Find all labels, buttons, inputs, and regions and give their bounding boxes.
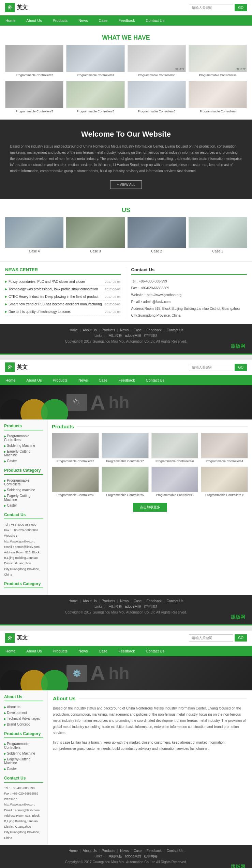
nav2-news[interactable]: News [73,375,93,385]
nav2-feedback[interactable]: Feedback [113,375,140,385]
footer2-link-contact[interactable]: Contact Us [166,599,183,603]
sidebar-item-caster[interactable]: ▶ Caster [4,458,43,464]
product-item[interactable]: Programmable Controllers5 [102,467,149,498]
product-card[interactable]: Programmable Controllers2 [5,45,63,78]
sidebar-item-programmable[interactable]: ▶ Programmable Controllers [4,433,43,443]
news-item[interactable]: ▶ CTEC Heavy Industries Deep plowing in … [5,293,121,301]
sidebar-cat-programmable[interactable]: ▶ Programmable Controllers [4,478,43,487]
footer-link-feedback[interactable]: Feedback [147,328,162,332]
sidebar3-cat-3[interactable]: ▶ Eagerly-Cutting Machine [4,756,43,766]
sidebar3-cat-1[interactable]: ▶ Programmable Controllers [4,741,43,750]
nav-home[interactable]: Home [0,15,21,26]
footer3-link-news[interactable]: News [120,849,129,853]
footer2-ext-3[interactable]: 红宇网络 [144,604,158,609]
nav-products[interactable]: Products [47,15,73,26]
case-card[interactable]: Case 1 [189,217,247,254]
news-item[interactable]: ▶ Due to this quality of technology to s… [5,308,121,316]
footer-link-home[interactable]: Home [69,328,78,332]
sidebar-about-us[interactable]: ▶ About us [4,704,43,710]
nav3-products[interactable]: Products [47,646,73,656]
nav3-feedback[interactable]: Feedback [113,646,140,656]
product-item[interactable]: Programmable Controllers/6 [151,433,198,464]
product-item[interactable]: Programmable Controllers x [201,467,248,498]
product-item[interactable]: Programmable Controllers4 [201,433,248,464]
nav3-news[interactable]: News [73,646,93,656]
sidebar3-cat-4[interactable]: ▶ Caster [4,766,43,772]
footer-link-contact[interactable]: Contact Us [166,328,183,332]
footer-ext-link-2[interactable]: adobe网博 [125,333,141,338]
sidebar-development[interactable]: ▶ Development [4,710,43,716]
case-card[interactable]: Case 4 [5,217,63,254]
footer2-link-case[interactable]: Case [134,599,142,603]
nav-news[interactable]: News [73,15,93,26]
footer2-ext-1[interactable]: 网站模板 [108,604,122,609]
footer3-link-contact[interactable]: Contact Us [166,849,183,853]
nav2-case[interactable]: Case [93,375,113,385]
nav3-contact[interactable]: Contact Us [140,646,170,656]
news-item[interactable]: ▶ Fuzzy boundaries: PLC and PAC closer a… [5,278,121,286]
view-all-button[interactable]: + VIEW ALL [110,180,142,189]
product-item[interactable]: Programmable Controllers6 [52,467,99,498]
footer2-link-home[interactable]: Home [69,599,78,603]
sidebar-cat-caster[interactable]: ▶ Caster [4,502,43,508]
nav3-home[interactable]: Home [0,646,21,656]
sidebar-technical[interactable]: ▶ Technical Advantages [4,716,43,721]
nav2-about[interactable]: About Us [21,375,47,385]
nav-feedback[interactable]: Feedback [113,15,140,26]
case-card[interactable]: Case 2 [128,217,186,254]
search-input-3[interactable] [189,634,233,642]
footer-ext-link-3[interactable]: 红宇网络 [144,333,158,338]
sidebar-item-eagerly[interactable]: ▶ Eagerly-Cutting Machine [4,449,43,458]
footer-ext-link-1[interactable]: 网站模板 [108,333,122,338]
footer3-ext-3[interactable]: 红宇网络 [144,854,158,859]
footer3-link-case[interactable]: Case [134,849,142,853]
search-input-2[interactable] [189,364,233,371]
product-item[interactable]: Programmable Controllers7 [102,433,149,464]
product-card[interactable]: Programmable Controllers [189,81,247,114]
product-card[interactable]: Programmable Controllers5 [66,81,124,114]
nav-contact[interactable]: Contact Us [140,15,170,26]
footer-link-news[interactable]: News [120,328,129,332]
product-item[interactable]: Programmable Controllers2 [52,433,99,464]
product-card[interactable]: Programmable Controllers7 [66,45,124,78]
search-button-2[interactable]: GO [235,364,247,371]
product-card[interactable]: Programmable Controllers5 [5,81,63,114]
nav2-contact[interactable]: Contact Us [140,375,170,385]
product-card[interactable]: 321127 Programmable Controllers4 [189,45,247,78]
footer3-link-products[interactable]: Products [102,849,115,853]
product-item[interactable]: Programmable Controllers3 [151,467,198,498]
sidebar-cat-eagerly[interactable]: ▶ Eagerly-Cutting Machine [4,493,43,502]
footer3-link-home[interactable]: Home [69,849,78,853]
footer3-link-feedback[interactable]: Feedback [147,849,162,853]
nav2-home[interactable]: Home [0,375,21,385]
news-item[interactable]: ▶ Technology was professional, low- prof… [5,286,121,293]
footer3-ext-2[interactable]: adobe网博 [125,854,141,859]
load-more-button[interactable]: 点击加载更多 [133,503,167,512]
search-input[interactable] [189,4,233,11]
nav3-about[interactable]: About Us [21,646,47,656]
footer2-ext-2[interactable]: adobe网博 [125,604,141,609]
sidebar3-cat-2[interactable]: ▶ Soldering Machine [4,750,43,756]
product-card[interactable]: 321127 Programmable Controllers6 [128,45,186,78]
sidebar-brand[interactable]: ▶ Brand Concept [4,721,43,727]
footer-link-products[interactable]: Products [102,328,115,332]
case-card[interactable]: Case 3 [66,217,124,254]
footer-link-case[interactable]: Case [134,328,142,332]
nav2-products[interactable]: Products [47,375,73,385]
sidebar-cat-soldering[interactable]: ▶ Soldering machine [4,487,43,493]
footer3-link-about[interactable]: About Us [83,849,97,853]
footer2-link-about[interactable]: About Us [83,599,97,603]
nav-case[interactable]: Case [93,15,113,26]
search-button-3[interactable]: GO [235,634,247,642]
news-item[interactable]: ▶ Smart new trend of PLC has become anel… [5,301,121,308]
sidebar-item-soldering[interactable]: ▶ Soldering Machine [4,443,43,449]
footer3-ext-1[interactable]: 网站模板 [108,854,122,859]
footer2-link-products[interactable]: Products [102,599,115,603]
product-card[interactable]: Programmable Controllers3 [128,81,186,114]
search-button[interactable]: GO [235,4,247,11]
nav3-case[interactable]: Case [93,646,113,656]
footer2-link-feedback[interactable]: Feedback [147,599,162,603]
footer-link-about[interactable]: About Us [83,328,97,332]
footer2-link-news[interactable]: News [120,599,129,603]
nav-about[interactable]: About Us [21,15,47,26]
